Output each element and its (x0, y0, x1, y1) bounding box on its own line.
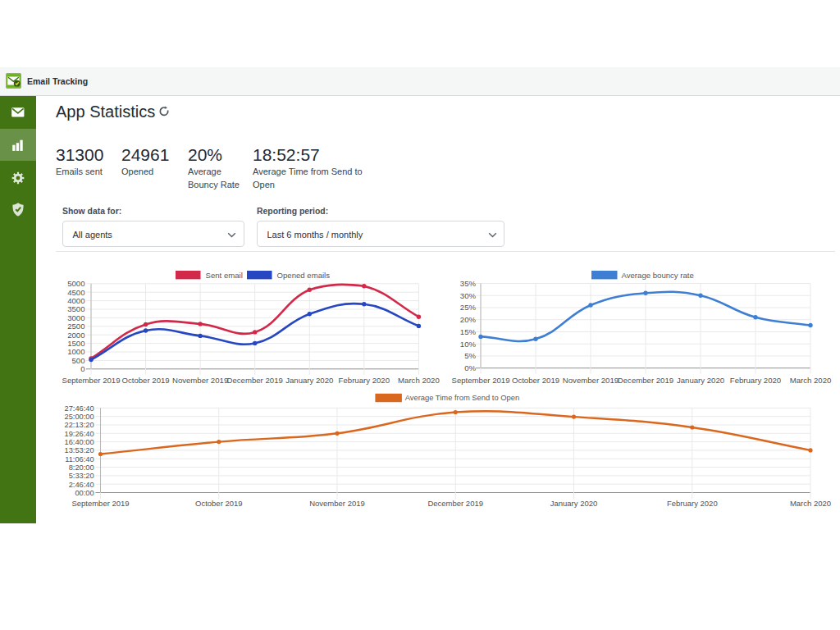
svg-text:February 2020: February 2020 (667, 499, 718, 508)
svg-text:October 2019: October 2019 (195, 499, 243, 508)
svg-text:27:46:40: 27:46:40 (64, 404, 94, 413)
svg-text:0: 0 (80, 364, 84, 373)
svg-text:25:00:00: 25:00:00 (64, 413, 94, 421)
svg-text:December 2019: December 2019 (227, 376, 283, 385)
svg-text:5000: 5000 (67, 279, 84, 288)
svg-text:February 2020: February 2020 (339, 376, 390, 385)
svg-text:Average bouncy rate: Average bouncy rate (622, 271, 694, 280)
svg-text:September 2019: September 2019 (62, 376, 121, 385)
svg-text:March 2020: March 2020 (398, 376, 440, 385)
svg-text:2000: 2000 (67, 331, 84, 340)
svg-text:February 2020: February 2020 (730, 376, 781, 385)
svg-text:30%: 30% (460, 291, 477, 300)
svg-text:5:33:20: 5:33:20 (69, 472, 94, 480)
svg-text:22:13:20: 22:13:20 (64, 421, 94, 429)
svg-text:10%: 10% (460, 340, 477, 349)
svg-text:1500: 1500 (67, 339, 84, 348)
svg-text:1000: 1000 (67, 347, 84, 356)
svg-text:Opened emails: Opened emails (277, 271, 331, 280)
svg-text:16:40:00: 16:40:00 (64, 438, 94, 446)
svg-text:Average Time from Send to Open: Average Time from Send to Open (405, 393, 519, 402)
svg-text:October 2019: October 2019 (122, 376, 170, 385)
svg-text:19:26:40: 19:26:40 (64, 430, 94, 438)
svg-text:35%: 35% (460, 279, 477, 288)
svg-text:September 2019: September 2019 (452, 376, 510, 385)
svg-text:0%: 0% (464, 363, 476, 372)
svg-text:13:53:20: 13:53:20 (64, 446, 94, 454)
svg-text:November 2019: November 2019 (563, 376, 619, 385)
svg-text:Sent email: Sent email (206, 271, 243, 280)
svg-text:March 2020: March 2020 (790, 376, 832, 385)
svg-text:2:46:40: 2:46:40 (69, 481, 94, 489)
svg-text:October 2019: October 2019 (512, 376, 559, 385)
svg-text:January 2020: January 2020 (677, 376, 724, 385)
svg-text:4000: 4000 (67, 296, 84, 305)
svg-text:500: 500 (71, 356, 84, 365)
svg-text:January 2020: January 2020 (285, 376, 333, 385)
svg-text:11:06:40: 11:06:40 (65, 455, 94, 463)
svg-text:September 2019: September 2019 (71, 499, 129, 508)
svg-text:20%: 20% (460, 315, 477, 324)
svg-text:November 2019: November 2019 (172, 376, 228, 385)
svg-text:8:20:00: 8:20:00 (69, 463, 94, 472)
svg-text:00:00: 00:00 (75, 489, 94, 497)
svg-text:November 2019: November 2019 (309, 499, 365, 508)
svg-text:January 2020: January 2020 (550, 499, 598, 508)
svg-text:December 2019: December 2019 (618, 376, 673, 385)
svg-text:December 2019: December 2019 (427, 499, 483, 508)
svg-text:15%: 15% (460, 327, 477, 336)
svg-text:2500: 2500 (67, 322, 84, 331)
svg-text:3500: 3500 (67, 304, 84, 313)
svg-text:March 2020: March 2020 (790, 499, 831, 508)
svg-text:5%: 5% (464, 351, 476, 360)
svg-text:4500: 4500 (67, 288, 84, 297)
svg-text:25%: 25% (460, 303, 477, 312)
svg-text:3000: 3000 (67, 313, 84, 322)
